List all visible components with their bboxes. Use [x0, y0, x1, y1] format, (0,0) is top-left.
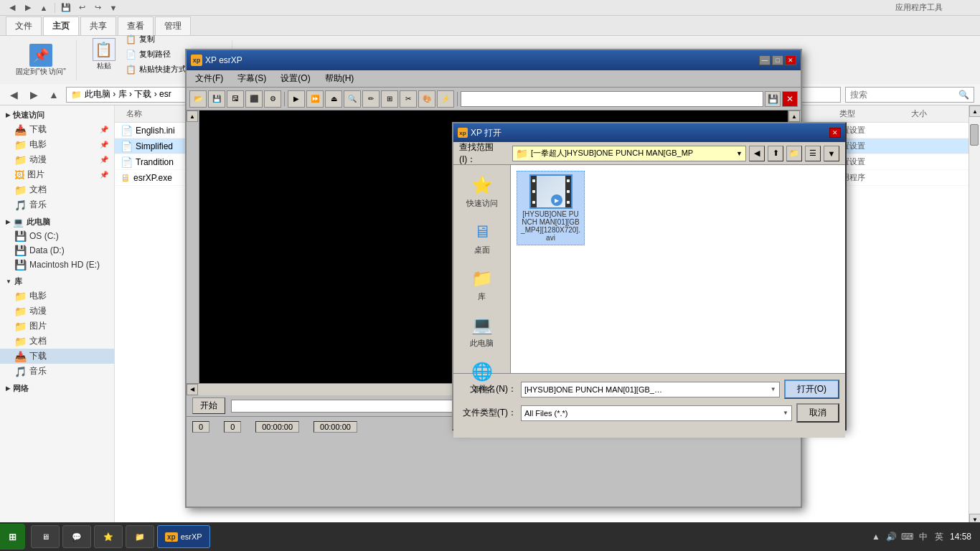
sidebar-library-header[interactable]: ▼ 库	[0, 275, 114, 288]
sidebar-item-d[interactable]: 💾 Data (D:)	[0, 243, 114, 258]
sidebar-lib-docs[interactable]: 📁 文档	[0, 334, 114, 349]
sidebar-lib-music[interactable]: 🎵 音乐	[0, 364, 114, 379]
tool-btn-1[interactable]: 📂	[189, 90, 207, 108]
esrxp-save-btn[interactable]: 💾	[765, 91, 781, 107]
sidebar-item-images[interactable]: 🖼 图片 📌	[0, 167, 114, 182]
dialog-nav-view-arrow[interactable]: ▼	[824, 146, 839, 161]
tray-lang-zh[interactable]: 中	[917, 530, 930, 543]
vertical-scrollbar[interactable]: ▲ ▼	[969, 105, 980, 525]
sidebar-item-e[interactable]: 💾 Macintosh HD (E:)	[0, 258, 114, 272]
sidebar-this-pc-header[interactable]: ▶ 💻 此电脑	[0, 215, 114, 229]
esrxp-start-btn[interactable]: 开始	[192, 397, 225, 414]
scroll-up-btn[interactable]: ▲	[969, 105, 980, 117]
sidebar-item-movies[interactable]: 📁 电影 📌	[0, 137, 114, 152]
open-btn[interactable]: 打开(O)	[784, 380, 839, 399]
tool-btn-10[interactable]: ✏	[362, 90, 380, 108]
copy-path-btn[interactable]: 📄 复制路径	[123, 47, 189, 61]
sidebar-lib-anime[interactable]: 📁 动漫	[0, 303, 114, 319]
tray-input-icon[interactable]: ⌨	[901, 530, 914, 543]
sidebar-lib-images[interactable]: 📁 图片	[0, 319, 114, 334]
esrxp-right-scroll-up[interactable]: ▲	[788, 110, 800, 122]
esrxp-left-scroll-up[interactable]: ▲	[187, 110, 198, 122]
tab-file[interactable]: 文件	[6, 17, 42, 35]
look-in-combo[interactable]: 📁 [一拳超人]HYSUB]ONE PUNCH MAN[GB_MP ▼	[512, 146, 746, 161]
undo-btn[interactable]: ↩	[75, 1, 88, 14]
esrxp-stop-btn[interactable]: ✕	[782, 91, 798, 107]
esrxp-maximize-btn[interactable]: □	[772, 55, 783, 65]
tool-btn-12[interactable]: ✂	[400, 90, 417, 108]
sidebar-item-download[interactable]: 📥 下载 📌	[0, 122, 114, 137]
dialog-sidebar-quickaccess[interactable]: ⭐ 快速访问	[457, 171, 507, 212]
sidebar-lib-download[interactable]: 📥 下载	[0, 349, 114, 364]
up-btn[interactable]: ▲	[37, 1, 50, 14]
dialog-sidebar-library[interactable]: 📁 库	[457, 264, 507, 305]
paste-shortcut-btn[interactable]: 📋 粘贴快捷方式	[123, 62, 189, 76]
pin-btn[interactable]: 📌 固定到"快 访问"	[11, 42, 70, 78]
start-button[interactable]: ⊞	[0, 524, 25, 550]
tool-btn-7[interactable]: ⏩	[306, 90, 324, 108]
tool-btn-9[interactable]: 🔍	[344, 90, 361, 108]
tool-btn-8[interactable]: ⏏	[325, 90, 342, 108]
redo-btn[interactable]: ↪	[91, 1, 104, 14]
filetype-combo[interactable]: All Files (*.*) ▼	[521, 405, 792, 421]
sidebar-item-anime[interactable]: 📁 动漫 📌	[0, 152, 114, 167]
sidebar-lib-movies[interactable]: 📁 电影	[0, 288, 114, 303]
col-type[interactable]: 类型	[834, 108, 905, 119]
tool-btn-5[interactable]: ⚙	[264, 90, 281, 108]
menu-help[interactable]: 帮助(H)	[319, 71, 360, 86]
dialog-nav-back[interactable]: ◀	[749, 146, 765, 161]
sidebar-network-header[interactable]: ▶ 网络	[0, 382, 114, 395]
esrxp-url-input[interactable]	[461, 91, 763, 107]
esrxp-minimize-btn[interactable]: —	[759, 55, 771, 65]
dialog-nav-up[interactable]: ⬆	[768, 146, 783, 161]
forward-nav-btn[interactable]: ▶	[26, 87, 42, 103]
search-box[interactable]: 🔍	[845, 87, 974, 103]
menu-settings[interactable]: 设置(O)	[275, 71, 316, 86]
back-btn[interactable]: ◀	[6, 1, 19, 14]
tool-btn-2[interactable]: 💾	[208, 90, 225, 108]
taskbar-chat-btn[interactable]: 💬	[62, 525, 91, 548]
tray-lang-en[interactable]: 英	[933, 530, 946, 543]
forward-btn[interactable]: ▶	[22, 1, 34, 14]
dropdown-qa-btn[interactable]: ▼	[107, 1, 120, 14]
sidebar-quick-access-header[interactable]: ▶ 快速访问	[0, 108, 114, 122]
taskbar-esrxp-btn[interactable]: xp esrXP	[157, 525, 210, 548]
dialog-nav-newfolder[interactable]: 📁	[786, 146, 802, 161]
tray-expand-icon[interactable]: ▲	[870, 530, 882, 543]
menu-file[interactable]: 文件(F)	[189, 71, 229, 86]
dialog-sidebar-desktop[interactable]: 🖥 桌面	[457, 217, 507, 258]
taskbar-explorer-btn[interactable]: 🖥	[31, 525, 60, 548]
scroll-track[interactable]	[969, 117, 980, 514]
dialog-close-btn[interactable]: ✕	[829, 128, 841, 138]
taskbar-star-btn[interactable]: ⭐	[94, 525, 123, 548]
search-input[interactable]	[850, 90, 958, 100]
back-nav-btn[interactable]: ◀	[6, 87, 22, 103]
tool-btn-4[interactable]: ⬛	[245, 90, 263, 108]
tool-btn-14[interactable]: ⚡	[437, 90, 454, 108]
cancel-btn[interactable]: 取消	[796, 403, 839, 423]
tool-btn-13[interactable]: 🎨	[418, 90, 435, 108]
dialog-nav-view[interactable]: ☰	[805, 146, 821, 161]
filename-combo[interactable]: [HYSUB]ONE PUNCH MAN[01][GB_MP4][1280 ▼	[521, 382, 780, 397]
sidebar-item-docs[interactable]: 📁 文档	[0, 182, 114, 197]
tool-btn-3[interactable]: 🖫	[227, 90, 244, 108]
dialog-file-item-video[interactable]: ▶ [HYSUB]ONE PUNCH MAN[01][GB_MP4][1280X…	[517, 171, 585, 245]
tool-btn-6[interactable]: ▶	[288, 90, 305, 108]
up-nav-btn[interactable]: ▲	[46, 87, 62, 103]
sidebar-item-c[interactable]: 💾 OS (C:)	[0, 229, 114, 243]
esrxp-close-btn[interactable]: ✕	[785, 55, 796, 65]
copy-btn[interactable]: 📋 复制	[123, 32, 189, 46]
taskbar-folder-btn[interactable]: 📁	[126, 525, 154, 548]
tab-share[interactable]: 共享	[80, 17, 116, 35]
scroll-thumb[interactable]	[970, 124, 979, 146]
save-qa-btn[interactable]: 💾	[60, 1, 72, 14]
esrxp-h-scroll-left[interactable]: ◀	[187, 384, 198, 395]
dialog-sidebar-thispc[interactable]: 💻 此电脑	[457, 311, 507, 352]
tab-home[interactable]: 主页	[43, 17, 79, 35]
paste-btn[interactable]: 📋 粘贴	[88, 37, 120, 72]
tool-btn-11[interactable]: ⊞	[381, 90, 398, 108]
sidebar-item-music-qa[interactable]: 🎵 音乐	[0, 197, 114, 212]
col-size[interactable]: 大小	[905, 108, 963, 119]
tray-volume-icon[interactable]: 🔊	[885, 530, 898, 543]
menu-subtitle[interactable]: 字幕(S)	[232, 71, 272, 86]
